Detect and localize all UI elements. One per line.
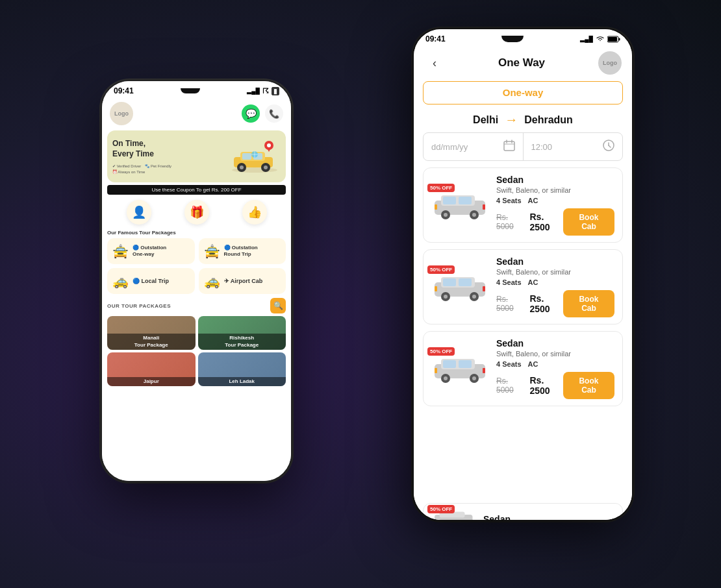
svg-rect-38 (459, 278, 472, 286)
qa-item-thumb[interactable]: 👍 (242, 200, 267, 225)
phone-right: 09:41 ▂▄█ (412, 28, 633, 521)
local-trip-card[interactable]: 🚕 🔵 Local Trip (107, 268, 195, 294)
route-row: Delhi → Dehradun (414, 108, 632, 132)
car-features-2: 4 Seats AC (496, 360, 614, 368)
price-old-1: Rs. 5000 (496, 295, 524, 313)
tour-header: OUR TOUR PACKAGES 🔍 (107, 298, 286, 313)
seats-1: 4 Seats (496, 278, 522, 286)
partial-image-wrap: 50% OFF (431, 509, 477, 521)
svg-point-52 (472, 376, 476, 380)
price-new-0: Rs. 2500 (529, 212, 563, 232)
car-image-0 (431, 188, 490, 220)
seats-0: 4 Seats (496, 197, 522, 204)
time-placeholder: 12:00 (531, 142, 553, 152)
outstation-oneway-label: 🔵 OutstationOne-way (133, 245, 166, 258)
car-card-2: 50% OFF (423, 331, 623, 406)
route-from: Delhi (473, 114, 498, 126)
car-type-1: Sedan (496, 256, 614, 267)
svg-rect-3 (242, 153, 251, 160)
left-notch (181, 88, 200, 93)
date-field[interactable]: dd/mm/yy (424, 133, 524, 160)
svg-rect-54 (483, 368, 485, 373)
left-screen: Logo 💬 📞 On Time,Every Time ✔ Verified D… (102, 98, 291, 482)
car-info-2: Sedan Swift, Baleno, or similar 4 Seats … (496, 338, 614, 399)
phones-container: 09:41 ▂▄█ ☈ ▮ Logo 💬 📞 On Time,Every Tim… (68, 15, 653, 573)
header-icons: 💬 📞 (242, 104, 283, 123)
back-button[interactable]: ‹ (424, 53, 445, 73)
price-old-0: Rs. 5000 (496, 213, 524, 231)
tour-rishikesh[interactable]: RishikeshTour Package (198, 316, 286, 350)
left-status-icons: ▂▄█ ☈ ▮ (247, 87, 279, 95)
phone-left: 09:41 ▂▄█ ☈ ▮ Logo 💬 📞 On Time,Every Tim… (101, 80, 292, 482)
right-time: 09:41 (425, 34, 446, 43)
tour-rishikesh-label: RishikeshTour Package (198, 334, 286, 350)
svg-point-32 (472, 213, 476, 217)
outstation-oneway-card[interactable]: 🚖 🔵 OutstationOne-way (107, 238, 195, 264)
price-new-1: Rs. 2500 (529, 293, 563, 314)
quick-actions: 👤 🎁 👍 (102, 195, 291, 230)
tour-title: OUR TOUR PACKAGES (107, 303, 171, 309)
car-features-0: 4 Seats AC (496, 197, 614, 204)
car-image-wrap-2: 50% OFF (431, 351, 490, 386)
tour-grid: ManaliTour Package RishikeshTour Package… (107, 316, 286, 386)
qa-item-person[interactable]: 👤 (127, 200, 151, 225)
person-icon: 👤 (127, 200, 151, 225)
car-desc-0: Swift, Baleno, or similar (496, 186, 614, 194)
tour-jaipur[interactable]: Jaipur (107, 352, 196, 386)
signal-icon: ▂▄█ (247, 88, 260, 94)
svg-rect-16 (608, 37, 617, 42)
svg-point-50 (444, 376, 448, 380)
tour-leh-label: Leh Ladak (198, 377, 286, 386)
price-new-2: Rs. 2500 (529, 375, 563, 396)
airport-cab-card[interactable]: 🚕 ✈ Airport Cab (199, 268, 286, 294)
right-battery-icon (607, 36, 620, 43)
left-time: 09:41 (114, 86, 134, 95)
outstation-round-card[interactable]: 🚖 🔵 OutstationRound Trip (199, 238, 286, 264)
svg-rect-34 (483, 204, 485, 210)
car-info-1: Sedan Swift, Baleno, or similar 4 Seats … (496, 256, 614, 317)
car-image-wrap-0: 50% OFF (431, 188, 490, 223)
local-trip-icon: 🚕 (112, 273, 129, 289)
book-button-2[interactable]: Book Cab (563, 372, 614, 399)
car-card-1: 50% OFF (423, 249, 623, 325)
svg-rect-27 (443, 197, 456, 204)
whatsapp-icon[interactable]: 💬 (242, 104, 260, 123)
calendar-icon (503, 140, 515, 154)
left-header: Logo 💬 📞 (102, 98, 291, 128)
tab-selector[interactable]: One-way (423, 81, 623, 104)
thumb-icon: 👍 (242, 200, 267, 225)
tour-leh[interactable]: Leh Ladak (198, 352, 286, 386)
airport-cab-label: ✈ Airport Cab (224, 278, 263, 284)
tour-manali[interactable]: ManaliTour Package (107, 316, 196, 350)
ac-1: AC (528, 278, 538, 286)
right-header: ‹ One Way Logo (414, 46, 632, 79)
ac-2: AC (528, 360, 538, 368)
local-trip-label: 🔵 Local Trip (133, 278, 169, 284)
qa-item-gift[interactable]: 🎁 (184, 200, 209, 225)
ac-0: AC (528, 197, 538, 204)
prices-2: Rs. 5000 Rs. 2500 (496, 375, 563, 396)
outstation-oneway-icon: 🚖 (112, 243, 129, 259)
service-grid: 🚖 🔵 OutstationOne-way 🚖 🔵 OutstationRoun… (102, 238, 291, 294)
cars-list: 50% OFF (414, 167, 632, 503)
svg-point-30 (444, 213, 448, 217)
service-section-label: Our Famous Tour Packages (102, 230, 291, 238)
airport-cab-icon: 🚕 (204, 273, 220, 289)
banner-badge-3: ⏰ Always on Time (112, 169, 171, 174)
left-banner: On Time,Every Time ✔ Verified Driver 🐾 P… (107, 130, 286, 182)
car-desc-1: Swift, Baleno, or similar (496, 268, 614, 276)
book-button-0[interactable]: Book Cab (563, 208, 614, 236)
car-desc-2: Swift, Baleno, or similar (496, 350, 614, 358)
svg-rect-53 (435, 368, 437, 373)
phone-icon[interactable]: 📞 (265, 104, 283, 123)
car-image-wrap-1: 50% OFF (431, 269, 490, 304)
tab-label: One-way (503, 87, 544, 98)
banner-headline: On Time,Every Time (112, 139, 171, 159)
book-button-1[interactable]: Book Cab (563, 290, 614, 317)
time-field[interactable]: 12:00 (524, 133, 623, 160)
gift-icon: 🎁 (184, 200, 209, 225)
search-button[interactable]: 🔍 (270, 298, 286, 313)
right-notch (501, 36, 524, 42)
discount-badge-0: 50% OFF (427, 184, 455, 192)
right-screen: ‹ One Way Logo One-way Delhi → Dehradun … (414, 46, 632, 521)
